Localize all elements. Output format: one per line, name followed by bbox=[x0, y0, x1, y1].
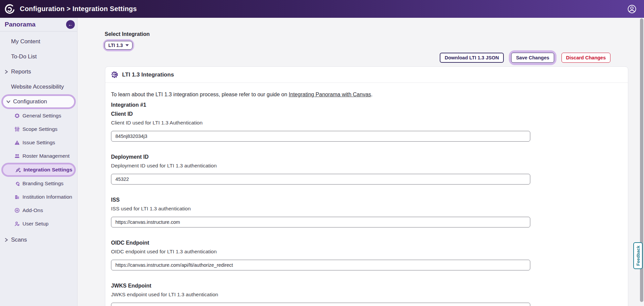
panorama-logo-icon bbox=[4, 3, 16, 15]
card-title: LTI 1.3 Integrations bbox=[122, 71, 174, 78]
feedback-button-label: Feedback bbox=[636, 246, 641, 266]
sidebar-item-label: Institution Information bbox=[0, 194, 72, 200]
chevron-right-icon bbox=[4, 69, 9, 74]
sidebar-item-label: To-Do List bbox=[0, 53, 37, 60]
sidebar-item-website-accessibility[interactable]: Website Accessibility bbox=[0, 79, 77, 94]
client-id-description: Client ID used for LTI 1.3 Authenticatio… bbox=[111, 120, 621, 126]
sidebar-item-label: Issue Settings bbox=[0, 140, 55, 146]
integration-heading: Integration #1 bbox=[111, 102, 621, 108]
iss-input[interactable] bbox=[111, 217, 530, 227]
integration-gear-arrow-icon bbox=[111, 71, 118, 79]
chevron-down-icon bbox=[6, 99, 11, 104]
sidebar-item-label: User Setup bbox=[0, 221, 49, 227]
main-content: Select Integration LTI 1.3 Download LTI … bbox=[77, 18, 644, 306]
sidebar-item-label: Roster Management bbox=[0, 153, 69, 159]
sidebar-item-issue-settings[interactable]: Issue Settings bbox=[0, 136, 77, 149]
sidebar-item-label: Configuration bbox=[13, 98, 47, 105]
sidebar-item-institution-information[interactable]: Institution Information bbox=[0, 190, 77, 204]
jwks-endpoint-label: JWKS Endpoint bbox=[111, 283, 621, 289]
chevron-right-icon bbox=[4, 238, 9, 242]
people-icon bbox=[14, 153, 20, 159]
sidebar-item-configuration[interactable]: Configuration bbox=[1, 94, 76, 109]
caret-down-icon bbox=[125, 44, 129, 46]
sidebar: Panorama ← My Content To-Do List Reports… bbox=[0, 18, 77, 306]
jwks-endpoint-input[interactable] bbox=[111, 303, 530, 306]
discard-changes-button[interactable]: Discard Changes bbox=[561, 53, 610, 63]
card-body: To learn about the LTI 1.3 integration p… bbox=[105, 83, 628, 306]
lti-integrations-card: LTI 1.3 Integrations To learn about the … bbox=[105, 66, 628, 306]
client-id-input[interactable] bbox=[111, 131, 530, 142]
integration-select-value: LTI 1.3 bbox=[108, 43, 123, 48]
brand-tag-icon bbox=[14, 181, 20, 186]
account-icon[interactable] bbox=[627, 4, 637, 14]
oidc-endpoint-label: OIDC Endpoint bbox=[111, 240, 621, 246]
sidebar-item-user-setup[interactable]: User Setup bbox=[0, 217, 77, 231]
user-plus-icon bbox=[14, 221, 20, 226]
collapse-sidebar-button[interactable]: ← bbox=[66, 20, 75, 29]
card-header: LTI 1.3 Integrations bbox=[105, 67, 628, 83]
select-integration-label: Select Integration bbox=[105, 31, 150, 37]
gear-icon bbox=[14, 113, 20, 118]
sidebar-item-label: Integration Settings bbox=[3, 167, 72, 173]
breadcrumb: Configuration > Integration Settings bbox=[20, 5, 137, 13]
intro-suffix: . bbox=[371, 92, 372, 97]
sidebar-item-branding-settings[interactable]: Branding Settings bbox=[0, 177, 77, 190]
top-bar: Configuration > Integration Settings bbox=[0, 0, 644, 18]
configuration-children: General Settings Scope Settings Issue Se… bbox=[0, 109, 77, 231]
deployment-id-input[interactable] bbox=[111, 174, 530, 185]
sidebar-item-scans[interactable]: Scans bbox=[0, 232, 77, 248]
building-icon bbox=[14, 194, 20, 200]
sidebar-item-label: Branding Settings bbox=[0, 181, 63, 187]
save-button-highlight: Save Changes bbox=[509, 50, 556, 65]
sidebar-item-label: Website Accessibility bbox=[0, 84, 64, 90]
integration-select-dropdown[interactable]: LTI 1.3 bbox=[105, 41, 132, 50]
oidc-endpoint-input[interactable] bbox=[111, 260, 530, 270]
deployment-id-label: Deployment ID bbox=[111, 154, 621, 160]
iss-label: ISS bbox=[111, 197, 621, 203]
intro-text: To learn about the LTI 1.3 integration p… bbox=[111, 92, 621, 98]
sidebar-nav: My Content To-Do List Reports Website Ac… bbox=[0, 32, 77, 248]
sidebar-item-scope-settings[interactable]: Scope Settings bbox=[0, 122, 77, 136]
iss-description: ISS used for LTI 1.3 authentication bbox=[111, 206, 621, 212]
jwks-endpoint-description: JWKS endpoint used for LTI 1.3 authentic… bbox=[111, 292, 621, 298]
warning-triangle-icon bbox=[14, 140, 20, 145]
sidebar-item-my-content[interactable]: My Content bbox=[0, 34, 77, 49]
oidc-endpoint-description: OIDC endpoint used for LTI 1.3 authentic… bbox=[111, 249, 621, 255]
sidebar-item-add-ons[interactable]: Add-Ons bbox=[0, 204, 77, 217]
toolbar: Download LTI 1.3 JSON Save Changes Disca… bbox=[440, 50, 610, 65]
download-lti-json-button[interactable]: Download LTI 1.3 JSON bbox=[440, 53, 504, 63]
deployment-id-description: Deployment ID used for LTI 1.3 authentic… bbox=[111, 163, 621, 169]
sidebar-brand-title: Panorama bbox=[5, 21, 36, 28]
client-id-label: Client ID bbox=[111, 111, 621, 117]
integration-select-highlight: LTI 1.3 bbox=[103, 39, 134, 51]
sidebar-item-label: Add-Ons bbox=[0, 207, 43, 213]
save-changes-button[interactable]: Save Changes bbox=[511, 53, 554, 63]
sidebar-brand-row: Panorama ← bbox=[0, 18, 77, 32]
sidebar-item-reports[interactable]: Reports bbox=[0, 64, 77, 79]
sidebar-item-label: Scope Settings bbox=[0, 126, 57, 132]
sidebar-item-integration-settings[interactable]: Integration Settings bbox=[1, 163, 76, 177]
sidebar-item-label: My Content bbox=[0, 38, 40, 45]
intro-prefix: To learn about the LTI 1.3 integration p… bbox=[111, 92, 289, 97]
sidebar-item-general-settings[interactable]: General Settings bbox=[0, 109, 77, 122]
sidebar-item-todo-list[interactable]: To-Do List bbox=[0, 49, 77, 64]
integration-guide-link[interactable]: Integrating Panorama with Canvas bbox=[289, 92, 371, 97]
feedback-button[interactable]: Feedback bbox=[633, 242, 643, 269]
sidebar-item-label: General Settings bbox=[0, 113, 61, 119]
plug-icon bbox=[15, 167, 21, 173]
plus-circle-icon bbox=[14, 208, 20, 213]
sliders-icon bbox=[14, 126, 20, 132]
sidebar-item-roster-management[interactable]: Roster Management bbox=[0, 149, 77, 163]
